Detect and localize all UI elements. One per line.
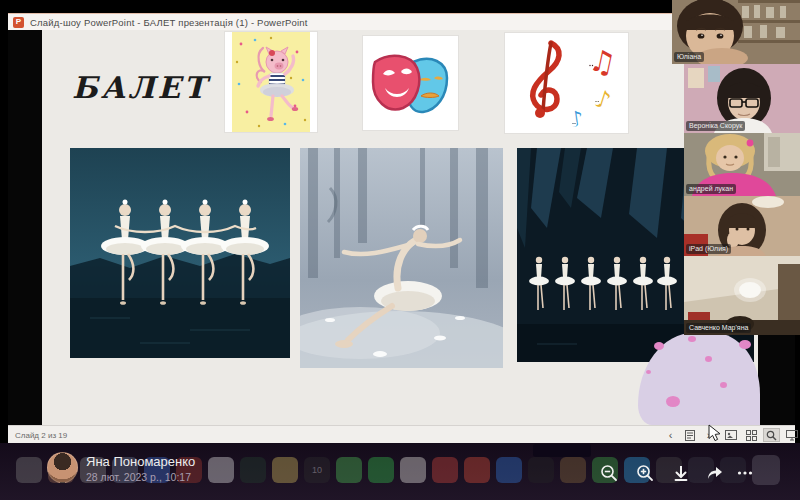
participant-video-4[interactable]: iPad (Юлия) (684, 196, 800, 256)
four-swans-art (70, 148, 290, 358)
swan-pose-art (300, 148, 503, 368)
monitor-icon (786, 430, 798, 441)
pink-dot (646, 370, 651, 374)
theater-masks-illustration (363, 36, 458, 130)
svg-text:♪: ♪ (591, 84, 614, 115)
image-viewer-bottom-bar: 10 Яна Пономаренко 28 лют. 2023 р., 10:1… (0, 443, 800, 500)
sent-timestamp: 28 лют. 2023 р., 10:17 (86, 471, 191, 483)
dock-icon-notes[interactable] (400, 457, 426, 483)
dock-icon-music-note[interactable] (464, 457, 490, 483)
pink-dot (654, 342, 664, 350)
sender-name: Яна Пономаренко (86, 454, 195, 469)
grid-view-button[interactable] (743, 428, 760, 442)
slide: БАЛЕТ (42, 30, 758, 425)
powerpoint-window: P Слайд-шоу PowerPoint - БАЛЕТ презентац… (8, 13, 795, 443)
notes-icon (685, 430, 695, 441)
grid-icon (746, 430, 757, 441)
display-settings-button[interactable] (783, 428, 800, 442)
participant-name-label: андрей лукан (686, 184, 736, 194)
dock-icon-calendar[interactable]: 10 (304, 457, 330, 483)
swan-pose-ballerina-photo (300, 148, 503, 368)
slide-thumbnail-icon (725, 430, 737, 440)
dock-icon-music-red[interactable] (432, 457, 458, 483)
dock-icon-photos[interactable] (272, 457, 298, 483)
slide-title: БАЛЕТ (72, 70, 209, 105)
four-swans-ballet-photo (70, 148, 290, 358)
more-options-button[interactable] (736, 464, 754, 482)
magnifier-icon (766, 430, 777, 441)
chevron-left-icon: ‹ (669, 430, 673, 441)
svg-text:♫: ♫ (586, 42, 620, 82)
mouse-cursor (708, 424, 721, 442)
slideshow-viewport: БАЛЕТ (8, 30, 795, 425)
participant-video-1[interactable]: Юліана (672, 0, 800, 64)
pink-dot (688, 336, 696, 342)
ballerina-pig-illustration (225, 32, 317, 132)
share-button[interactable] (706, 464, 724, 482)
window-title: Слайд-шоу PowerPoint - БАЛЕТ презентація… (30, 17, 308, 28)
participant-name-label: Савченко Мар'яна (686, 323, 751, 333)
dock-icon-facetime-green[interactable] (368, 457, 394, 483)
dock-icon-garageband[interactable] (560, 457, 586, 483)
dock-icon-app-grey[interactable] (16, 457, 42, 483)
ballerina-pig-card (225, 32, 317, 132)
theater-masks-card (363, 36, 458, 130)
participant-name-label: iPad (Юлия) (686, 244, 731, 254)
zoom-button[interactable] (763, 428, 780, 442)
pink-dot (705, 356, 712, 362)
pink-dot (666, 396, 680, 407)
pink-dot (720, 382, 727, 388)
dock-icon-reminders[interactable] (208, 457, 234, 483)
statusbar: Слайд 2 из 19 ‹ › (8, 425, 795, 444)
previous-slide-button[interactable]: ‹ (662, 428, 679, 442)
svg-text:♪: ♪ (568, 106, 585, 132)
trash-dock-icon[interactable] (752, 455, 780, 485)
participant-name-label: Вероніка Скорук (686, 121, 745, 131)
dock-icon-tv-black[interactable] (528, 457, 554, 483)
participant-video-2[interactable]: Вероніка Скорук (684, 64, 800, 133)
participant-name-label: Юліана (674, 52, 704, 62)
faded-tooltip (533, 444, 591, 457)
zoom-out-button[interactable] (600, 464, 618, 482)
download-button[interactable] (672, 464, 690, 482)
participant-video-5[interactable]: Савченко Мар'яна (684, 256, 800, 335)
dock-icon-appstore[interactable] (496, 457, 522, 483)
music-notes-illustration: ♫ ♪ ♪ (505, 33, 628, 133)
zoom-in-button[interactable] (636, 464, 654, 482)
music-notes-card: ♫ ♪ ♪ (505, 33, 628, 133)
slide-counter: Слайд 2 из 19 (15, 431, 67, 440)
participant-video-3[interactable]: андрей лукан (684, 133, 800, 196)
avatar[interactable] (47, 452, 78, 483)
annotation-pen-button[interactable] (681, 428, 698, 442)
dock-icon-clock[interactable] (240, 457, 266, 483)
powerpoint-icon: P (13, 17, 24, 28)
pink-dot (739, 340, 751, 349)
dock-icon-messages-green[interactable] (336, 457, 362, 483)
see-all-slides-button[interactable] (722, 428, 739, 442)
